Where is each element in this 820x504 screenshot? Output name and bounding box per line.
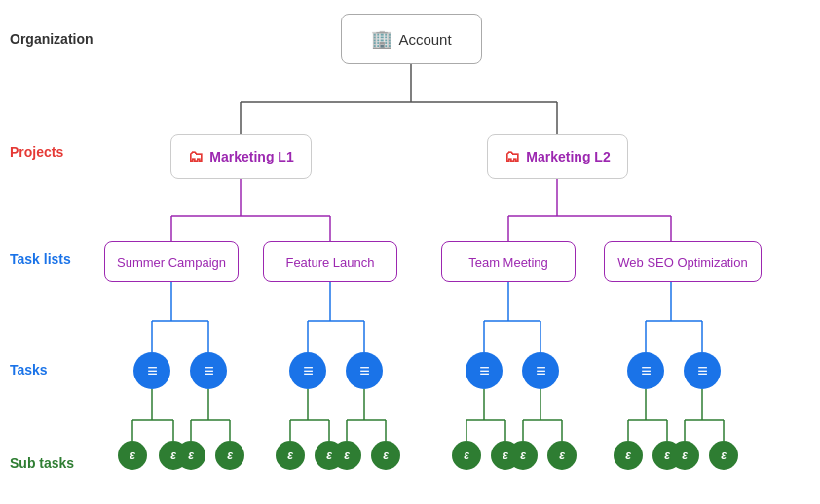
list-icon-7: ≡	[641, 361, 651, 381]
feature-launch-node: Feature Launch	[263, 241, 397, 282]
list-icon-4: ≡	[359, 361, 369, 381]
marketing-l1-node: 🗂 Marketing L1	[170, 134, 312, 179]
fl-label: Feature Launch	[285, 255, 374, 270]
org-chart: Organization Projects Task lists Tasks S…	[0, 0, 820, 504]
task-circle-3: ≡	[289, 352, 326, 389]
list-icon-2: ≡	[204, 361, 213, 381]
list-icon-3: ≡	[303, 361, 313, 381]
list-icon-5: ≡	[479, 361, 489, 381]
ml2-label: Marketing L2	[526, 149, 610, 164]
subtask-16: ε	[709, 441, 738, 470]
task-circle-8: ≡	[684, 352, 721, 389]
subtask-13: ε	[614, 441, 643, 470]
summer-campaign-node: Summer Campaign	[104, 241, 239, 282]
sc-label: Summer Campaign	[117, 255, 226, 270]
account-label: Account	[398, 31, 451, 48]
account-node: 🏢 Account	[341, 14, 482, 64]
web-seo-node: Web SEO Optimization	[604, 241, 762, 282]
label-projects: Projects	[10, 144, 63, 160]
task-circle-4: ≡	[346, 352, 383, 389]
list-icon-8: ≡	[697, 361, 707, 381]
team-meeting-node: Team Meeting	[441, 241, 576, 282]
building-icon: 🏢	[371, 28, 392, 50]
ml1-label: Marketing L1	[209, 149, 293, 164]
tm-label: Team Meeting	[468, 255, 548, 270]
task-circle-6: ≡	[522, 352, 559, 389]
label-tasks: Tasks	[10, 362, 48, 378]
folder-icon-ml1: 🗂	[188, 148, 204, 165]
subtask-9: ε	[452, 441, 481, 470]
list-icon-6: ≡	[536, 361, 545, 381]
subtask-8: ε	[371, 441, 400, 470]
label-subtasks: Sub tasks	[10, 455, 74, 471]
subtask-11: ε	[508, 441, 538, 470]
task-circle-1: ≡	[133, 352, 170, 389]
subtask-4: ε	[215, 441, 244, 470]
subtask-1: ε	[118, 441, 147, 470]
subtask-5: ε	[276, 441, 305, 470]
subtask-3: ε	[176, 441, 205, 470]
list-icon-1: ≡	[147, 361, 157, 381]
folder-icon-ml2: 🗂	[504, 148, 520, 165]
label-tasklists: Task lists	[10, 251, 71, 267]
task-circle-5: ≡	[466, 352, 503, 389]
seo-label: Web SEO Optimization	[617, 255, 747, 270]
subtask-7: ε	[332, 441, 361, 470]
subtask-12: ε	[547, 441, 577, 470]
subtask-15: ε	[670, 441, 699, 470]
task-circle-2: ≡	[190, 352, 227, 389]
label-organization: Organization	[10, 31, 93, 47]
marketing-l2-node: 🗂 Marketing L2	[487, 134, 628, 179]
task-circle-7: ≡	[627, 352, 664, 389]
